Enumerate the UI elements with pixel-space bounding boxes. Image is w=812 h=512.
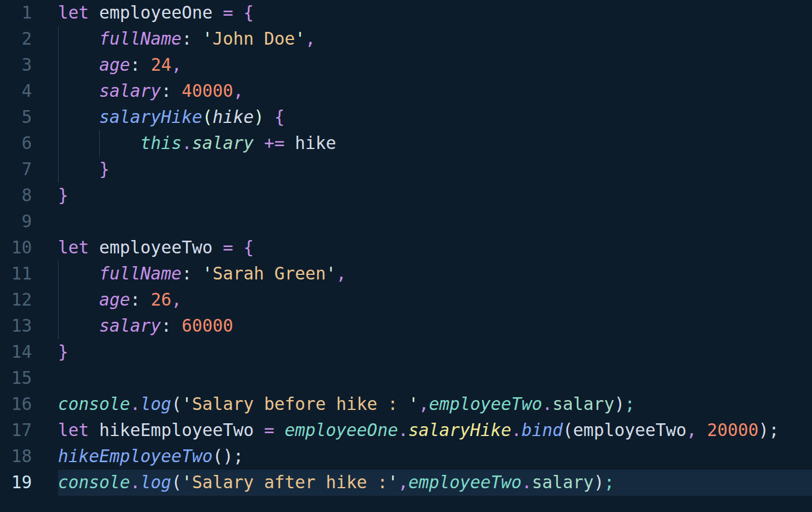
code-line[interactable]: 16console.log('Salary before hike : ',em… [0,391,812,417]
code-token [264,107,274,127]
code-token [253,420,264,440]
code-token: 40000 [182,81,233,101]
code-token: employeeTwo [429,394,542,414]
code-line[interactable]: 14} [0,339,812,365]
code-token: 24 [151,55,172,75]
line-number: 10 [0,235,58,261]
code-line[interactable]: 11 fullName: 'Sarah Green', [0,261,812,287]
line-number: 14 [0,339,58,365]
code-text[interactable]: salary: 40000, [58,78,812,104]
code-token: console [58,473,130,492]
code-token: ; [233,446,244,466]
code-text[interactable]: fullName: 'John Doe', [58,26,812,52]
code-token [89,3,99,23]
code-text[interactable]: let employeeTwo = { [58,235,812,261]
code-line[interactable]: 9 [0,209,812,235]
code-token: ( [171,394,182,414]
code-line[interactable]: 15 [0,365,812,391]
code-line[interactable]: 1let employeeOne = { [0,0,812,26]
code-line[interactable]: 10let employeeTwo = { [0,235,812,261]
code-line[interactable]: 6 this.salary += hike [0,130,812,157]
code-token: ) [253,107,264,127]
code-text[interactable]: let employeeOne = { [58,0,812,26]
code-line[interactable]: 19console.log('Salary after hike :',empl… [0,470,812,496]
code-text[interactable]: let hikeEmployeeTwo = employeeOne.salary… [58,417,812,444]
code-token: log [140,473,171,492]
code-token: salary [192,133,254,153]
code-token: ' [408,394,419,414]
code-token: ; [769,420,780,440]
code-token: = [264,420,274,440]
code-token: , [171,290,182,310]
code-line[interactable]: 3 age: 24, [0,52,812,78]
code-token: salary [99,316,161,336]
code-token: , [398,473,408,492]
code-text[interactable]: console.log('Salary after hike :',employ… [58,470,812,496]
code-token: . [182,133,192,153]
code-token: hikeEmployeeTwo [99,420,253,440]
code-line[interactable]: 18hikeEmployeeTwo(); [0,444,812,470]
code-token: . [512,420,522,440]
code-token: employeeOne [99,3,212,23]
code-text[interactable]: age: 26, [58,287,812,313]
code-token [140,290,151,310]
code-token: console [58,394,130,414]
code-token [285,133,295,153]
line-number: 6 [0,130,58,157]
code-token: hike [212,107,253,127]
code-text[interactable]: } [58,157,812,183]
code-line[interactable]: 8} [0,183,812,209]
code-token: bind [521,420,563,440]
code-token: : [161,81,172,101]
code-token: ' [326,264,336,284]
code-token: ( [212,446,223,466]
code-token: let [58,420,89,440]
code-token: { [244,3,254,23]
code-text[interactable]: age: 24, [58,52,812,78]
code-token: , [171,55,182,75]
code-token [253,133,264,153]
code-text[interactable]: } [58,339,812,365]
code-text[interactable]: fullName: 'Sarah Green', [58,261,812,287]
code-token: : [130,290,140,310]
code-line[interactable]: 4 salary: 40000, [0,78,812,104]
code-line[interactable]: 13 salary: 60000 [0,313,812,339]
code-text[interactable]: salary: 60000 [58,313,812,339]
code-token: hikeEmployeeTwo [58,446,212,466]
code-token [140,55,151,75]
code-token: salary [553,394,615,414]
code-text[interactable] [58,365,812,391]
code-text[interactable]: } [58,183,812,209]
code-token: . [398,420,408,440]
code-line[interactable]: 17let hikeEmployeeTwo = employeeOne.sala… [0,417,812,444]
code-token: Sarah Green [212,264,325,284]
line-number: 17 [0,417,58,444]
code-token: salaryHike [408,420,512,440]
code-token [58,264,99,284]
code-text[interactable]: this.salary += hike [58,130,812,157]
code-line[interactable]: 7 } [0,157,812,183]
line-number: 9 [0,209,58,235]
code-token: ) [594,473,604,492]
code-token: ' [387,473,398,492]
code-editor[interactable]: 1let employeeOne = {2 fullName: 'John Do… [0,0,812,512]
code-text[interactable] [58,209,812,235]
code-line[interactable]: 5 salaryHike(hike) { [0,104,812,130]
code-text[interactable]: console.log('Salary before hike : ',empl… [58,391,812,417]
code-token: . [521,473,532,492]
code-token: = [223,238,233,257]
code-token [58,81,99,101]
code-line[interactable]: 2 fullName: 'John Doe', [0,26,812,52]
code-token [192,29,202,49]
code-text[interactable]: salaryHike(hike) { [58,104,812,130]
code-token: ; [625,394,635,414]
line-number: 15 [0,365,58,391]
line-number: 4 [0,78,58,104]
code-token: employeeTwo [408,473,521,492]
code-line[interactable]: 12 age: 26, [0,287,812,313]
code-token: : [161,316,172,336]
code-token: . [130,394,140,414]
code-text[interactable]: hikeEmployeeTwo(); [58,444,812,470]
code-token [171,81,182,101]
code-token: ( [171,473,182,492]
